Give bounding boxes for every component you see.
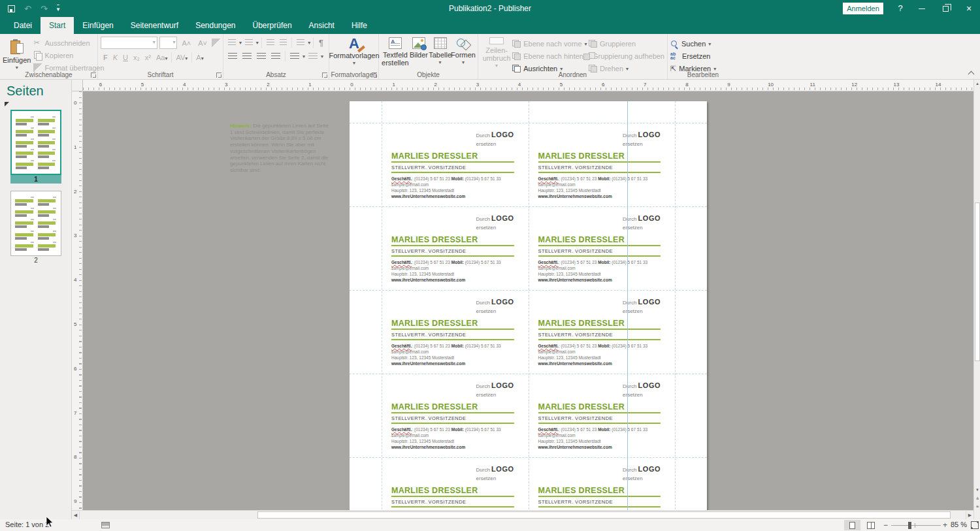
- card-phone-line[interactable]: Geschäftl.: (01234) 5 67 51 23 Mobil: (0…: [538, 427, 648, 432]
- object-position-status-icon[interactable]: [101, 522, 110, 528]
- tab-einfuegen[interactable]: Einfügen: [74, 17, 122, 34]
- table-button[interactable]: Tabelle▾: [429, 36, 451, 74]
- card-name[interactable]: MARLIES DRESSLER: [538, 152, 625, 161]
- vertical-ruler[interactable]: 0123456789: [72, 91, 83, 510]
- single-page-view-button[interactable]: [844, 520, 860, 530]
- next-page-icon[interactable]: ≝: [975, 504, 980, 509]
- grow-font-button[interactable]: A˄: [179, 37, 193, 49]
- italic-button[interactable]: K: [110, 52, 120, 63]
- card-email[interactable]: sample@email.com: [391, 182, 429, 187]
- change-case-button[interactable]: Aa▾: [154, 52, 170, 63]
- scroll-up-icon[interactable]: ▲: [975, 82, 980, 86]
- copy-button[interactable]: Kopieren: [33, 50, 104, 61]
- card-address[interactable]: Hauptstr. 123, 12345 Musterstadt: [391, 188, 454, 193]
- find-button[interactable]: Suchen▾: [670, 39, 736, 49]
- business-card[interactable]: Durch LOGO ersetzen MARLIES DRESSLER STE…: [529, 457, 676, 510]
- fit-page-icon[interactable]: [971, 521, 979, 529]
- card-name[interactable]: MARLIES DRESSLER: [538, 235, 625, 244]
- tab-ansicht[interactable]: Ansicht: [301, 17, 343, 34]
- business-card[interactable]: Durch LOGO ersetzen MARLIES DRESSLER STE…: [529, 206, 676, 290]
- align-left-icon[interactable]: [228, 53, 237, 60]
- logo-placeholder[interactable]: Durch LOGO ersetzen: [476, 131, 514, 148]
- font-dialog-launcher-icon[interactable]: [216, 72, 221, 78]
- clear-formatting-icon[interactable]: [212, 39, 220, 47]
- tab-start[interactable]: Start: [41, 17, 74, 34]
- help-button[interactable]: ?: [892, 0, 908, 17]
- logo-placeholder[interactable]: Durch LOGO ersetzen: [623, 298, 661, 315]
- card-name[interactable]: MARLIES DRESSLER: [538, 319, 625, 328]
- card-phone-line[interactable]: Geschäftl.: (01234) 5 67 51 23 Mobil: (0…: [391, 176, 501, 181]
- logo-placeholder[interactable]: Durch LOGO ersetzen: [623, 214, 661, 231]
- card-phone-line[interactable]: Geschäftl.: (01234) 5 67 51 23 Mobil: (0…: [391, 260, 501, 265]
- shrink-font-button[interactable]: A˅: [195, 37, 210, 49]
- card-address[interactable]: Hauptstr. 123, 12345 Musterstadt: [538, 439, 601, 443]
- previous-page-icon[interactable]: ≜: [975, 496, 980, 501]
- bring-forward-button[interactable]: Ebene nach vorne▾: [512, 39, 589, 49]
- logo-placeholder[interactable]: Durch LOGO ersetzen: [476, 214, 514, 231]
- line-spacing-icon[interactable]: [290, 53, 299, 60]
- card-address[interactable]: Hauptstr. 123, 12345 Musterstadt: [391, 272, 454, 276]
- page-thumbnail-1[interactable]: 1: [10, 110, 61, 184]
- tab-ueberpruefen[interactable]: Überprüfen: [244, 17, 301, 34]
- card-website[interactable]: www.ihreUnternehmenswebsite.com: [391, 361, 465, 366]
- card-address[interactable]: Hauptstr. 123, 12345 Musterstadt: [391, 439, 454, 443]
- send-backward-button[interactable]: Ebene nach hinten▾: [512, 51, 589, 61]
- business-card[interactable]: Durch LOGO ersetzen MARLIES DRESSLER STE…: [382, 206, 529, 290]
- card-website[interactable]: www.ihreUnternehmenswebsite.com: [391, 278, 465, 282]
- card-email[interactable]: sample@email.com: [391, 349, 429, 354]
- card-name[interactable]: MARLIES DRESSLER: [391, 402, 478, 411]
- superscript-button[interactable]: x²: [142, 52, 154, 63]
- card-website[interactable]: www.ihreUnternehmenswebsite.com: [391, 445, 465, 449]
- replace-button[interactable]: abacErsetzen: [670, 51, 736, 61]
- paste-button[interactable]: Einfügen▾: [3, 38, 31, 72]
- align-right-icon[interactable]: [257, 53, 266, 60]
- scroll-down-icon[interactable]: ▼: [975, 488, 980, 492]
- card-job-title[interactable]: STELLVERTR. VORSITZENDE: [391, 165, 466, 170]
- card-phone-line[interactable]: Geschäftl.: (01234) 5 67 51 23 Mobil: (0…: [538, 176, 648, 181]
- card-website[interactable]: www.ihreUnternehmenswebsite.com: [538, 445, 612, 449]
- card-job-title[interactable]: STELLVERTR. VORSITZENDE: [538, 415, 613, 421]
- logo-placeholder[interactable]: Durch LOGO ersetzen: [476, 381, 514, 398]
- zoom-slider-track[interactable]: [891, 525, 941, 526]
- card-email[interactable]: sample@email.com: [391, 266, 429, 270]
- text-wrap-button[interactable]: Zeilen­umbruch▾: [481, 36, 512, 70]
- increase-indent-icon[interactable]: [280, 39, 287, 46]
- horizontal-scrollbar[interactable]: ◀ ▶: [72, 510, 973, 519]
- tab-seitenentwurf[interactable]: Seitenentwurf: [122, 17, 187, 34]
- cut-button[interactable]: ✂Ausschneiden: [33, 37, 104, 48]
- restore-button[interactable]: [936, 0, 955, 17]
- publication-page[interactable]: Durch LOGO ersetzen MARLIES DRESSLER STE…: [350, 101, 707, 510]
- card-job-title[interactable]: STELLVERTR. VORSITZENDE: [538, 499, 613, 505]
- workspace[interactable]: Hinweis: Die gepunkteten Linien auf Seit…: [83, 91, 973, 510]
- card-phone-line[interactable]: Geschäftl.: (01234) 5 67 51 23 Mobil: (0…: [538, 344, 648, 348]
- card-website[interactable]: www.ihreUnternehmenswebsite.com: [391, 194, 465, 199]
- clipboard-dialog-launcher-icon[interactable]: [91, 72, 96, 78]
- columns-icon[interactable]: [297, 39, 304, 46]
- card-job-title[interactable]: STELLVERTR. VORSITZENDE: [391, 332, 466, 338]
- character-spacing-button[interactable]: AV▾: [173, 52, 190, 63]
- scroll-right-icon[interactable]: ▶: [966, 511, 973, 519]
- page-indicator[interactable]: Seite: 1 von 2: [5, 521, 49, 528]
- paragraph-dialog-launcher-icon[interactable]: [322, 72, 327, 78]
- card-name[interactable]: MARLIES DRESSLER: [391, 486, 478, 495]
- card-website[interactable]: www.ihreUnternehmenswebsite.com: [538, 361, 612, 366]
- zoom-level[interactable]: 85 %: [951, 521, 967, 528]
- font-size-combobox[interactable]: [159, 37, 178, 49]
- justify-icon[interactable]: [271, 53, 280, 60]
- tab-hilfe[interactable]: Hilfe: [343, 17, 376, 34]
- card-job-title[interactable]: STELLVERTR. VORSITZENDE: [538, 332, 613, 338]
- card-phone-line[interactable]: Geschäftl.: (01234) 5 67 51 23 Mobil: (0…: [538, 260, 648, 265]
- card-phone-line[interactable]: Geschäftl.: (01234) 5 67 51 23 Mobil: (0…: [391, 344, 501, 348]
- card-email[interactable]: sample@email.com: [538, 433, 576, 438]
- card-job-title[interactable]: STELLVERTR. VORSITZENDE: [391, 248, 466, 254]
- card-job-title[interactable]: STELLVERTR. VORSITZENDE: [538, 165, 613, 170]
- styles-dialog-launcher-icon[interactable]: [372, 72, 377, 78]
- card-job-title[interactable]: STELLVERTR. VORSITZENDE: [391, 415, 466, 421]
- group-button[interactable]: Gruppieren: [589, 39, 664, 49]
- draw-textbox-button[interactable]: Textfeld erstellen: [382, 36, 409, 74]
- card-phone-line[interactable]: Geschäftl.: (01234) 5 67 51 23 Mobil: (0…: [391, 427, 501, 432]
- business-card[interactable]: Durch LOGO ersetzen MARLIES DRESSLER STE…: [382, 290, 529, 374]
- card-email[interactable]: sample@email.com: [391, 433, 429, 438]
- card-name[interactable]: MARLIES DRESSLER: [538, 402, 625, 411]
- zoom-out-button[interactable]: −: [883, 521, 888, 530]
